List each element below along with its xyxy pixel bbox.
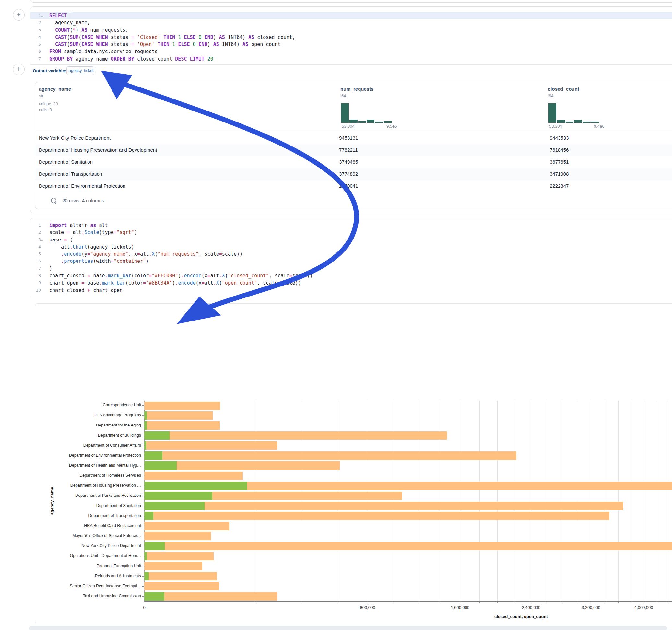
line-number: 10 [30,287,46,294]
x-axis-tick-label: 3,200,000 [581,605,600,610]
cell-agency-name: New York City Police Department [39,132,111,144]
cell-closed-count: 2222847 [550,180,569,192]
chart-gridline [631,401,631,601]
code-line[interactable]: 1⌄SELECT [30,12,672,19]
chart-gridline [531,401,531,601]
cell-num-requests: 3774892 [339,168,358,180]
output-variable-pill[interactable]: agency_tickets [67,67,94,75]
table-row[interactable]: Department of Housing Preservation and D… [35,144,672,156]
bar-closed [144,431,447,440]
code-line[interactable]: 8chart_closed = base.mark_bar(color="#FF… [30,272,672,280]
y-axis-label: DHS Advantage Programs [35,413,141,417]
line-number: 3 [30,27,46,34]
add-cell-button[interactable]: + [13,64,25,75]
histogram-bin [574,120,582,123]
dataframe-preview: agency_name str unique: 20 nulls: 0 num_… [35,82,672,209]
y-axis-line [144,401,145,601]
collapse-chevron-icon[interactable]: ⌄ [41,238,43,242]
column-header-agency-name[interactable]: agency_name [39,86,71,92]
code-line[interactable]: 5 CAST(SUM(CASE WHEN status = 'Open' THE… [30,41,672,48]
code-line[interactable]: 1import altair as alt [30,222,672,229]
y-axis-tick [142,596,144,597]
line-number: 9 [30,280,46,287]
y-axis-tick [142,546,144,547]
chart-gridline [302,401,303,601]
code-line[interactable]: 6FROM sample_data.nyc.service_requests [30,48,672,55]
code-line[interactable]: 7) [30,265,672,272]
x-axis-title: closed_count, open_count [494,614,548,619]
y-axis-label: Senior Citizen Rent Increase Exempti… [35,584,141,588]
collapsed-cell-bar[interactable] [29,626,667,630]
column-header-closed-count[interactable]: closed_count [548,86,579,92]
code-line[interactable]: 3 COUNT(*) AS num_requests, [30,27,672,34]
y-axis-tick [142,556,144,556]
bar-open [144,411,147,420]
sql-cell-card: 1⌄SELECT 2 agency_name,3 COUNT(*) AS num… [30,6,672,213]
chart-gridline [656,401,656,601]
line-number: 4 [30,243,46,250]
table-row[interactable]: Department of Environmental Protection22… [35,179,672,192]
cell-agency-name: Department of Housing Preservation and D… [39,144,157,156]
y-axis-tick [142,426,144,426]
bar-open [144,421,147,430]
code-line[interactable]: 3⌄base = ( [30,236,672,243]
cell-num-requests: 9453131 [339,132,358,144]
y-axis-tick [142,566,144,566]
chart-gridline [591,401,591,601]
line-number: 7 [30,55,46,63]
bar-open [144,482,247,490]
bar-open [144,592,164,601]
sql-code-area[interactable]: 1⌄SELECT 2 agency_name,3 COUNT(*) AS num… [30,7,672,65]
table-row[interactable]: New York City Police Department945313194… [35,131,672,144]
column-stat-nulls: nulls: 0 [39,107,52,112]
bar-open [144,542,165,550]
python-code-area[interactable]: 1import altair as alt2scale = alt.Scale(… [30,218,672,297]
y-axis-label: Taxi and Limousine Commission [35,594,141,598]
cell-closed-count: 3471908 [550,168,569,180]
bar-open [144,572,149,580]
line-number: 6 [30,258,46,265]
cell-agency-name: Department of Transportation [39,168,102,180]
code-line[interactable]: 10chart_closed + chart_open [30,287,672,294]
add-cell-button[interactable]: + [13,9,25,21]
chart-gridline [439,401,440,601]
table-footer: 20 rows, 4 columns [35,192,672,209]
x-axis-tick-label: 4,000,000 [634,605,653,610]
histogram-bin [350,120,357,123]
code-line[interactable]: 5 .encode(y="agency_name", x=alt.X("num_… [30,250,672,258]
chart-gridline [562,401,562,601]
line-number: 5 [30,250,46,258]
code-line[interactable]: 2scale = alt.Scale(type="sqrt") [30,229,672,236]
table-row[interactable]: Department of Sanitation37494853677651 [35,155,672,168]
y-axis-label: New York City Police Department [35,543,141,548]
hist-max-label: 9.4e6 [594,124,605,129]
chart-gridline [497,401,498,601]
histogram-bin [384,121,391,123]
code-line[interactable]: 9chart_open = base.mark_bar(color="#8BC3… [30,280,672,287]
code-line[interactable]: 6 .properties(width="container") [30,258,672,265]
histogram-bin [582,122,590,123]
code-line[interactable]: 4 CAST(SUM(CASE WHEN status = 'Closed' T… [30,34,672,41]
code-line[interactable]: 7GROUP BY agency_name ORDER BY closed_co… [30,55,672,63]
chart-gridline [644,401,644,601]
bar-closed [144,582,219,590]
histogram-bin [341,103,349,123]
code-line[interactable]: 4 alt.Chart(agency_tickets) [30,243,672,250]
cell-closed-count: 9443533 [550,132,569,144]
y-axis-tick [142,445,144,446]
code-line[interactable]: 2 agency_name, [30,19,672,26]
y-axis-tick [142,486,144,486]
x-axis-line [144,601,672,602]
collapse-chevron-icon[interactable]: ⌄ [41,14,43,18]
column-header-num-requests[interactable]: num_requests [340,86,374,92]
table-row[interactable]: Department of Transportation377489234719… [35,168,672,180]
bar-closed [144,562,202,571]
x-axis-tick-label: 1,600,000 [451,605,470,610]
cell-num-requests: 2240041 [339,180,358,192]
y-axis-label: Operations Unit - Department of Hom… [35,554,141,558]
column-type: str [39,93,44,98]
y-axis-tick [142,506,144,506]
y-axis-label: Department for the Aging [35,423,141,428]
search-icon[interactable] [51,198,56,203]
line-number: 1⌄ [30,12,46,20]
